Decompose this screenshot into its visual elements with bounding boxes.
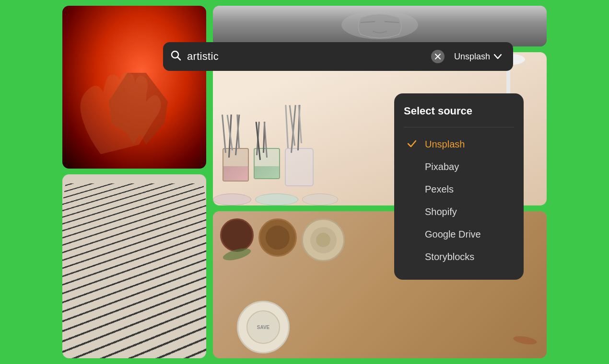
- svg-line-7: [178, 57, 181, 60]
- image-curves: [62, 174, 206, 358]
- search-icon: [171, 50, 181, 63]
- source-item-unsplash[interactable]: Unsplash: [404, 133, 514, 156]
- chevron-down-icon: [494, 52, 502, 61]
- source-label-shopify: Shopify: [425, 206, 457, 217]
- source-selector[interactable]: Unsplash: [450, 50, 505, 64]
- image-face: [213, 6, 547, 46]
- source-item-storyblocks[interactable]: Storyblocks: [404, 246, 514, 268]
- source-item-pexels[interactable]: Pexels: [404, 178, 514, 201]
- source-item-pixabay[interactable]: Pixabay: [404, 156, 514, 178]
- source-label-pexels: Pexels: [425, 184, 454, 195]
- image-hand: [62, 6, 206, 169]
- source-label-storyblocks: Storyblocks: [425, 251, 474, 262]
- source-label-unsplash: Unsplash: [425, 139, 465, 150]
- source-item-shopify[interactable]: Shopify: [404, 201, 514, 223]
- source-selector-label: Unsplash: [454, 52, 490, 62]
- dropdown-title: Select source: [404, 105, 514, 117]
- search-query: artistic: [187, 50, 425, 63]
- dropdown-divider: [404, 127, 514, 127]
- source-dropdown: Select source Unsplash Pixabay Pexels Sh…: [394, 93, 524, 280]
- source-item-google-drive[interactable]: Google Drive: [404, 223, 514, 246]
- source-label-pixabay: Pixabay: [425, 161, 459, 172]
- search-bar: artistic Unsplash: [163, 42, 513, 71]
- clear-button[interactable]: [431, 50, 445, 63]
- source-label-google-drive: Google Drive: [425, 229, 481, 240]
- check-icon: [408, 139, 419, 149]
